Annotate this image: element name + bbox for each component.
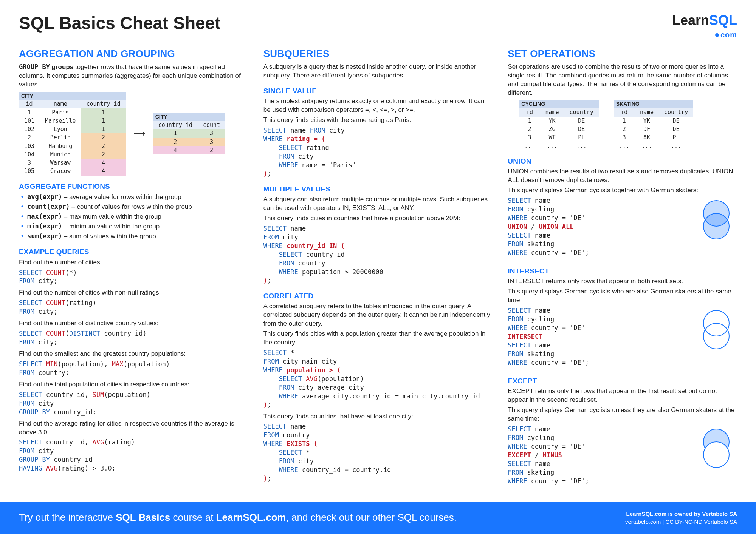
aggregate-functions-list: avg(expr) – average value for rows withi… (19, 193, 248, 241)
aggregate-functions-heading: AGGREGATE FUNCTIONS (19, 182, 248, 191)
query-desc: Find out the total population of cities … (19, 380, 248, 389)
query-desc: This query finds countries that have at … (263, 412, 493, 421)
code-block: SELECT country_id, SUM(population)FROM c… (19, 390, 248, 417)
table-city: CITY idnamecountry_id1Paris1101Marseille… (19, 92, 126, 176)
correlated-text: A correlated subquery refers to the tabl… (263, 302, 493, 328)
footer-link[interactable]: SQL Basics (116, 512, 170, 523)
single-value-heading: SINGLE VALUE (263, 86, 493, 96)
single-value-text: The simplest subquery returns exactly on… (263, 97, 493, 114)
query-desc: This query finds cities with the same ra… (263, 116, 493, 125)
intersect-heading: INTERSECT (508, 266, 737, 276)
query-desc: This query displays German cyclists toge… (508, 186, 737, 195)
subqueries-heading: SUBQUERIES (263, 47, 493, 60)
table-skating: SKATING idnamecountry1YKDE2DFDE3AKPL....… (614, 100, 693, 150)
venn-union-icon (696, 200, 737, 234)
code-block: SELECT *FROM city main_cityWHERE populat… (263, 349, 493, 409)
tables-row: CITY idnamecountry_id1Paris1101Marseille… (19, 92, 248, 176)
query-desc: Find out the number of distinctive count… (19, 319, 248, 328)
query-desc: This query finds cities with a populatio… (263, 330, 493, 347)
example-queries-heading: EXAMPLE QUERIES (19, 247, 248, 257)
page-title: SQL Basics Cheat Sheet (19, 11, 220, 35)
logo-sql: SQL (709, 12, 737, 28)
footer-right: LearnSQL.com is owned by Vertabelo SA ve… (625, 510, 737, 526)
code-block: SELECT country_id, AVG(rating)FROM cityG… (19, 438, 248, 473)
logo-com: com (720, 31, 737, 39)
query-desc: This query finds cities in countries tha… (263, 214, 493, 223)
union-heading: UNION (508, 156, 737, 166)
dot-icon (715, 33, 719, 37)
correlated-heading: CORRELATED (263, 291, 493, 301)
aggregation-intro: GROUP BY groups together rows that have … (19, 63, 248, 89)
query-desc: This query displays German cyclists who … (508, 287, 737, 305)
query-desc: Find out the average rating for cities i… (19, 420, 248, 437)
arrow-icon: ⟶ (133, 128, 146, 139)
query-desc: This query displays German cyclists unle… (508, 406, 737, 423)
aggregation-heading: AGGREGATION AND GROUPING (19, 47, 248, 60)
subqueries-intro: A subquery is a query that is nested ins… (263, 63, 493, 80)
multiple-values-text: A subquery can also return multiple colu… (263, 195, 493, 213)
setops-tables: CYCLING idnamecountry1YKDE2ZGDE3WTPL....… (519, 100, 737, 150)
logo-learn: Learn (672, 12, 709, 28)
query-desc: Find out the smallest and the greatest c… (19, 350, 248, 358)
except-text: EXCEPT returns only the rows that appear… (508, 387, 737, 404)
table-agg: CITY country_idcount132342 (153, 113, 225, 154)
code-block: SELECT nameFROM cityWHERE country_id IN … (263, 224, 493, 285)
code-block: SELECT COUNT(DISTINCT country_id)FROM ci… (19, 329, 248, 347)
venn-intersect-icon (696, 310, 737, 344)
multiple-values-heading: MULTIPLE VALUES (263, 184, 493, 194)
footer-link[interactable]: LearnSQL.com (216, 512, 286, 523)
intersect-text: INTERSECT returns only rows that appear … (508, 277, 737, 286)
except-heading: EXCEPT (508, 376, 737, 386)
code-block: SELECT MIN(population), MAX(population)F… (19, 360, 248, 377)
footer: Try out the interactive SQL Basics cours… (0, 502, 756, 534)
venn-except-icon (696, 429, 737, 463)
logo: LearnSQL com (672, 11, 737, 40)
code-block: SELECT nameFROM countryWHERE EXISTS ( SE… (263, 422, 493, 483)
set-operations-heading: SET OPERATIONS (508, 47, 737, 60)
union-text: UNION combines the results of two result… (508, 167, 737, 185)
code-block: SELECT name FROM cityWHERE rating = ( SE… (263, 126, 493, 178)
set-operations-intro: Set operations are used to combine the r… (508, 63, 737, 97)
footer-left: Try out the interactive SQL Basics cours… (19, 511, 457, 524)
code-block: SELECT COUNT(*)FROM city; (19, 269, 248, 286)
code-block: SELECT COUNT(rating)FROM city; (19, 299, 248, 316)
table-cycling: CYCLING idnamecountry1YKDE2ZGDE3WTPL....… (519, 100, 598, 150)
query-desc: Find out the number of cities with non-n… (19, 289, 248, 297)
query-desc: Find out the number of cities: (19, 258, 248, 267)
